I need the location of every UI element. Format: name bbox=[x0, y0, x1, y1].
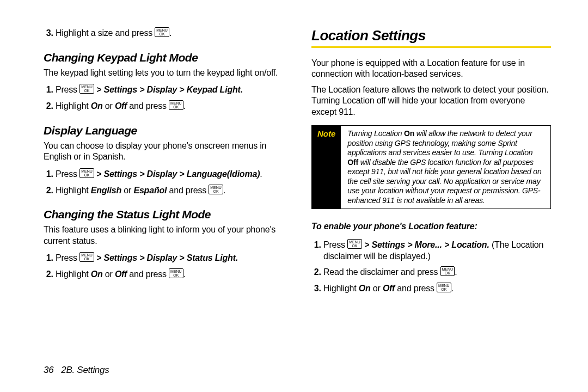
list-item: Highlight On or Off and press MENUOK. bbox=[56, 268, 283, 280]
menu-ok-key-icon: MENUOK bbox=[79, 84, 94, 94]
menu-ok-key-icon: MENUOK bbox=[440, 266, 455, 276]
list-item: Read the disclaimer and press MENUOK. bbox=[323, 266, 551, 278]
heading-rule bbox=[311, 46, 551, 48]
list-item: Press MENUOK > Settings > More... > Loca… bbox=[323, 239, 551, 262]
steps-display-language: Press MENUOK > Settings > Display > Lang… bbox=[44, 168, 283, 201]
menu-ok-key-icon: MENUOK bbox=[437, 283, 451, 292]
list-item: Press MENUOK > Settings > Display > Lang… bbox=[56, 168, 283, 180]
subheading-display-language: Display Language bbox=[44, 124, 283, 137]
note-box: Note Turning Location On will allow the … bbox=[311, 125, 551, 209]
paragraph: The Location feature allows the network … bbox=[311, 84, 551, 118]
menu-ok-key-icon: MENUOK bbox=[79, 168, 94, 178]
page-footer: 362B. Settings bbox=[44, 365, 109, 376]
steps-keypad-light: Press MENUOK > Settings > Display > Keyp… bbox=[44, 84, 283, 117]
steps-location: Press MENUOK > Settings > More... > Loca… bbox=[311, 239, 551, 299]
section-label: 2B. Settings bbox=[61, 365, 109, 375]
subheading-status-light: Changing the Status Light Mode bbox=[44, 208, 283, 221]
list-item: Highlight On or Off and press MENUOK. bbox=[56, 100, 283, 112]
list-item: Press MENUOK > Settings > Display > Keyp… bbox=[56, 84, 283, 96]
menu-ok-key-icon: MENUOK bbox=[79, 252, 94, 262]
paragraph: The keypad light setting lets you to tur… bbox=[44, 68, 283, 78]
menu-ok-key-icon: MENUOK bbox=[155, 27, 169, 37]
left-column: Highlight a size and press MENUOK. Chang… bbox=[44, 26, 283, 376]
paragraph: This feature uses a blinking light to in… bbox=[44, 224, 283, 247]
page-number: 36 bbox=[44, 365, 53, 375]
text: Highlight a size and press bbox=[56, 28, 155, 38]
continuation-list: Highlight a size and press MENUOK. bbox=[44, 27, 283, 44]
menu-ok-key-icon: MENUOK bbox=[347, 239, 362, 249]
note-body: Turning Location On will allow the netwo… bbox=[341, 126, 550, 209]
note-label: Note bbox=[312, 126, 341, 209]
menu-ok-key-icon: MENUOK bbox=[209, 185, 223, 194]
list-item: Highlight English or Español and press M… bbox=[56, 185, 283, 197]
list-item: Highlight On or Off and press MENUOK. bbox=[323, 283, 551, 295]
task-heading: To enable your phone's Location feature: bbox=[311, 221, 551, 232]
text: . bbox=[169, 28, 171, 38]
right-column: Location Settings Your phone is equipped… bbox=[311, 26, 551, 376]
paragraph: You can choose to display your phone's o… bbox=[44, 140, 283, 163]
steps-status-light: Press MENUOK > Settings > Display > Stat… bbox=[44, 252, 283, 285]
list-item: Highlight a size and press MENUOK. bbox=[56, 27, 283, 39]
subheading-keypad-light: Changing Keypad Light Mode bbox=[44, 51, 283, 64]
list-item: Press MENUOK > Settings > Display > Stat… bbox=[56, 252, 283, 264]
manual-page: Highlight a size and press MENUOK. Chang… bbox=[0, 0, 588, 392]
menu-ok-key-icon: MENUOK bbox=[169, 268, 183, 278]
paragraph: Your phone is equipped with a Location f… bbox=[311, 58, 551, 80]
section-heading-location: Location Settings bbox=[311, 27, 551, 44]
menu-ok-key-icon: MENUOK bbox=[169, 100, 183, 110]
